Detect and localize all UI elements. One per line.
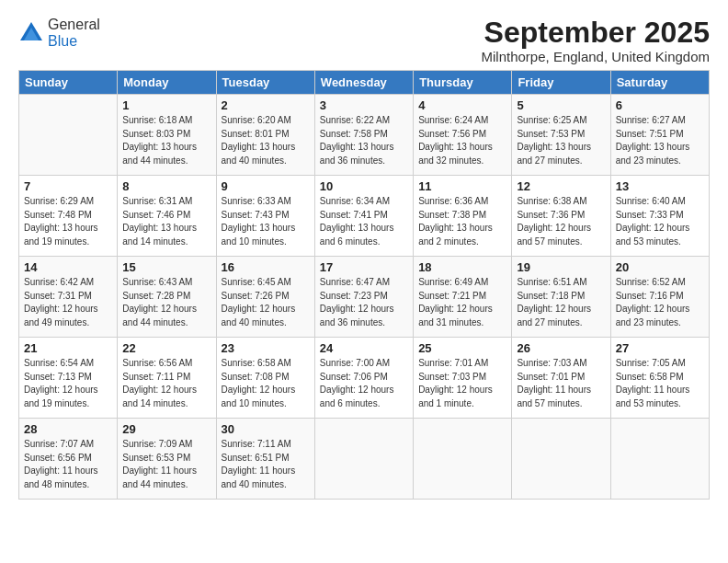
calendar-cell: 4Sunrise: 6:24 AMSunset: 7:56 PMDaylight… bbox=[414, 95, 512, 176]
day-info: Sunrise: 6:34 AMSunset: 7:41 PMDaylight:… bbox=[320, 195, 408, 248]
calendar-cell: 10Sunrise: 6:34 AMSunset: 7:41 PMDayligh… bbox=[314, 176, 413, 257]
day-info: Sunrise: 7:03 AMSunset: 7:01 PMDaylight:… bbox=[517, 357, 605, 410]
day-number: 19 bbox=[517, 260, 605, 274]
calendar-cell: 7Sunrise: 6:29 AMSunset: 7:48 PMDaylight… bbox=[19, 176, 118, 257]
day-number: 8 bbox=[122, 179, 210, 193]
logo-text: General Blue bbox=[48, 17, 100, 50]
day-info: Sunrise: 6:22 AMSunset: 7:58 PMDaylight:… bbox=[320, 114, 408, 167]
calendar: SundayMondayTuesdayWednesdayThursdayFrid… bbox=[18, 70, 710, 500]
day-info: Sunrise: 6:45 AMSunset: 7:26 PMDaylight:… bbox=[222, 276, 310, 329]
calendar-header-sunday: Sunday bbox=[19, 71, 118, 95]
day-number: 27 bbox=[616, 341, 704, 355]
day-number: 29 bbox=[122, 422, 210, 436]
header: General Blue September 2025 Milnthorpe, … bbox=[18, 17, 710, 64]
logo-general: General bbox=[48, 17, 100, 32]
location: Milnthorpe, England, United Kingdom bbox=[482, 49, 710, 64]
calendar-cell: 29Sunrise: 7:09 AMSunset: 6:53 PMDayligh… bbox=[118, 419, 216, 500]
day-info: Sunrise: 6:58 AMSunset: 7:08 PMDaylight:… bbox=[222, 357, 310, 410]
calendar-cell: 3Sunrise: 6:22 AMSunset: 7:58 PMDaylight… bbox=[314, 95, 413, 176]
title-block: September 2025 Milnthorpe, England, Unit… bbox=[482, 17, 710, 64]
calendar-header-friday: Friday bbox=[512, 71, 610, 95]
day-info: Sunrise: 6:27 AMSunset: 7:51 PMDaylight:… bbox=[616, 114, 704, 167]
day-info: Sunrise: 6:18 AMSunset: 8:03 PMDaylight:… bbox=[122, 114, 210, 167]
calendar-cell: 2Sunrise: 6:20 AMSunset: 8:01 PMDaylight… bbox=[216, 95, 314, 176]
calendar-cell bbox=[512, 419, 610, 500]
month-title: September 2025 bbox=[482, 17, 710, 49]
day-number: 30 bbox=[222, 422, 310, 436]
day-number: 25 bbox=[418, 341, 506, 355]
calendar-cell: 21Sunrise: 6:54 AMSunset: 7:13 PMDayligh… bbox=[19, 338, 118, 419]
day-number: 2 bbox=[222, 98, 310, 112]
day-number: 26 bbox=[517, 341, 605, 355]
day-info: Sunrise: 6:31 AMSunset: 7:46 PMDaylight:… bbox=[122, 195, 210, 248]
day-info: Sunrise: 6:47 AMSunset: 7:23 PMDaylight:… bbox=[320, 276, 408, 329]
logo: General Blue bbox=[18, 17, 100, 50]
calendar-header-wednesday: Wednesday bbox=[314, 71, 413, 95]
calendar-cell: 13Sunrise: 6:40 AMSunset: 7:33 PMDayligh… bbox=[610, 176, 709, 257]
day-info: Sunrise: 7:05 AMSunset: 6:58 PMDaylight:… bbox=[616, 357, 704, 410]
calendar-cell: 26Sunrise: 7:03 AMSunset: 7:01 PMDayligh… bbox=[512, 338, 610, 419]
calendar-week-1: 7Sunrise: 6:29 AMSunset: 7:48 PMDaylight… bbox=[19, 176, 710, 257]
day-info: Sunrise: 6:20 AMSunset: 8:01 PMDaylight:… bbox=[222, 114, 310, 167]
calendar-cell bbox=[610, 419, 709, 500]
day-info: Sunrise: 6:54 AMSunset: 7:13 PMDaylight:… bbox=[24, 357, 112, 410]
day-number: 28 bbox=[24, 422, 112, 436]
logo-icon bbox=[18, 20, 44, 46]
day-info: Sunrise: 6:42 AMSunset: 7:31 PMDaylight:… bbox=[24, 276, 112, 329]
day-info: Sunrise: 6:43 AMSunset: 7:28 PMDaylight:… bbox=[122, 276, 210, 329]
day-number: 4 bbox=[418, 98, 506, 112]
calendar-cell: 8Sunrise: 6:31 AMSunset: 7:46 PMDaylight… bbox=[118, 176, 216, 257]
calendar-header-monday: Monday bbox=[118, 71, 216, 95]
day-number: 15 bbox=[122, 260, 210, 274]
day-number: 12 bbox=[517, 179, 605, 193]
calendar-cell: 9Sunrise: 6:33 AMSunset: 7:43 PMDaylight… bbox=[216, 176, 314, 257]
day-number: 24 bbox=[320, 341, 408, 355]
calendar-cell: 18Sunrise: 6:49 AMSunset: 7:21 PMDayligh… bbox=[414, 257, 512, 338]
day-info: Sunrise: 7:09 AMSunset: 6:53 PMDaylight:… bbox=[122, 438, 210, 491]
calendar-cell: 20Sunrise: 6:52 AMSunset: 7:16 PMDayligh… bbox=[610, 257, 709, 338]
day-info: Sunrise: 7:00 AMSunset: 7:06 PMDaylight:… bbox=[320, 357, 408, 410]
day-number: 9 bbox=[222, 179, 310, 193]
day-number: 23 bbox=[222, 341, 310, 355]
day-info: Sunrise: 7:07 AMSunset: 6:56 PMDaylight:… bbox=[24, 438, 112, 491]
day-info: Sunrise: 6:38 AMSunset: 7:36 PMDaylight:… bbox=[517, 195, 605, 248]
calendar-cell bbox=[414, 419, 512, 500]
calendar-cell: 28Sunrise: 7:07 AMSunset: 6:56 PMDayligh… bbox=[19, 419, 118, 500]
calendar-cell: 5Sunrise: 6:25 AMSunset: 7:53 PMDaylight… bbox=[512, 95, 610, 176]
calendar-cell: 16Sunrise: 6:45 AMSunset: 7:26 PMDayligh… bbox=[216, 257, 314, 338]
day-number: 16 bbox=[222, 260, 310, 274]
day-info: Sunrise: 6:40 AMSunset: 7:33 PMDaylight:… bbox=[616, 195, 704, 248]
calendar-header-thursday: Thursday bbox=[414, 71, 512, 95]
calendar-cell: 1Sunrise: 6:18 AMSunset: 8:03 PMDaylight… bbox=[118, 95, 216, 176]
calendar-cell: 25Sunrise: 7:01 AMSunset: 7:03 PMDayligh… bbox=[414, 338, 512, 419]
day-number: 21 bbox=[24, 341, 112, 355]
day-number: 20 bbox=[616, 260, 704, 274]
logo-blue: Blue bbox=[48, 33, 77, 49]
calendar-cell bbox=[314, 419, 413, 500]
day-number: 1 bbox=[122, 98, 210, 112]
calendar-week-4: 28Sunrise: 7:07 AMSunset: 6:56 PMDayligh… bbox=[19, 419, 710, 500]
day-number: 13 bbox=[616, 179, 704, 193]
day-info: Sunrise: 6:25 AMSunset: 7:53 PMDaylight:… bbox=[517, 114, 605, 167]
day-number: 14 bbox=[24, 260, 112, 274]
day-info: Sunrise: 6:24 AMSunset: 7:56 PMDaylight:… bbox=[418, 114, 506, 167]
calendar-cell: 19Sunrise: 6:51 AMSunset: 7:18 PMDayligh… bbox=[512, 257, 610, 338]
calendar-cell: 24Sunrise: 7:00 AMSunset: 7:06 PMDayligh… bbox=[314, 338, 413, 419]
calendar-cell: 30Sunrise: 7:11 AMSunset: 6:51 PMDayligh… bbox=[216, 419, 314, 500]
page: General Blue September 2025 Milnthorpe, … bbox=[0, 0, 728, 563]
calendar-cell: 27Sunrise: 7:05 AMSunset: 6:58 PMDayligh… bbox=[610, 338, 709, 419]
day-info: Sunrise: 7:11 AMSunset: 6:51 PMDaylight:… bbox=[222, 438, 310, 491]
calendar-cell: 15Sunrise: 6:43 AMSunset: 7:28 PMDayligh… bbox=[118, 257, 216, 338]
calendar-header-row: SundayMondayTuesdayWednesdayThursdayFrid… bbox=[19, 71, 710, 95]
calendar-cell: 23Sunrise: 6:58 AMSunset: 7:08 PMDayligh… bbox=[216, 338, 314, 419]
day-info: Sunrise: 7:01 AMSunset: 7:03 PMDaylight:… bbox=[418, 357, 506, 410]
day-number: 10 bbox=[320, 179, 408, 193]
calendar-cell: 11Sunrise: 6:36 AMSunset: 7:38 PMDayligh… bbox=[414, 176, 512, 257]
calendar-cell: 14Sunrise: 6:42 AMSunset: 7:31 PMDayligh… bbox=[19, 257, 118, 338]
calendar-cell: 6Sunrise: 6:27 AMSunset: 7:51 PMDaylight… bbox=[610, 95, 709, 176]
calendar-cell: 22Sunrise: 6:56 AMSunset: 7:11 PMDayligh… bbox=[118, 338, 216, 419]
calendar-week-0: 1Sunrise: 6:18 AMSunset: 8:03 PMDaylight… bbox=[19, 95, 710, 176]
day-info: Sunrise: 6:36 AMSunset: 7:38 PMDaylight:… bbox=[418, 195, 506, 248]
day-number: 7 bbox=[24, 179, 112, 193]
day-number: 11 bbox=[418, 179, 506, 193]
